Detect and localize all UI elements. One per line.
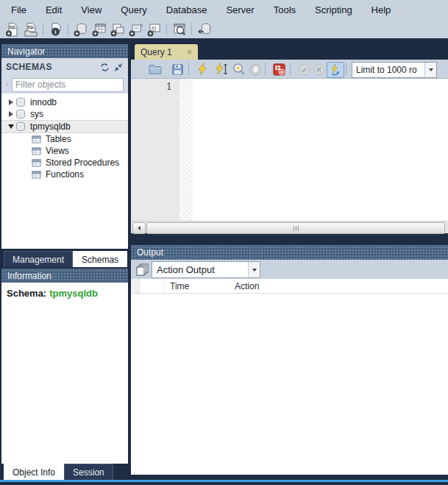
tree-row-stored-procedures[interactable]: Stored Procedures [1, 157, 128, 169]
explain-magnifier-icon [232, 62, 246, 77]
toolbar-separator [166, 23, 167, 35]
schema-icon [15, 109, 26, 119]
new-sql-tab-icon: SQL [5, 22, 20, 37]
dropdown-arrow-button[interactable] [248, 262, 260, 277]
table-inspector-button[interactable] [170, 21, 188, 38]
execute-lightning-icon [195, 62, 210, 77]
execute-current-icon [214, 62, 229, 77]
open-sql-script-button[interactable]: SQL [21, 21, 40, 38]
refresh-schemas-button[interactable] [99, 62, 110, 72]
information-tab-bar: Object Info Session [1, 464, 128, 480]
tree-row-tpmysqldb[interactable]: tpmysqldb [1, 120, 128, 133]
stop-on-error-toggle-button[interactable] [271, 62, 287, 77]
filter-objects-input[interactable] [12, 78, 124, 92]
editor-text-area[interactable] [193, 79, 448, 221]
database-sync-button[interactable] [195, 21, 213, 38]
editor-horizontal-scrollbar[interactable] [131, 221, 448, 233]
toolbar-separator [290, 63, 291, 75]
information-panel-header: Information [1, 269, 128, 283]
expander-icon[interactable] [7, 124, 15, 129]
line-number: 1 [166, 81, 172, 92]
views-icon [32, 146, 42, 156]
svg-text:f(): f() [152, 26, 157, 32]
menu-edit[interactable]: Edit [36, 4, 71, 15]
tree-row-sys[interactable]: sys [1, 108, 128, 120]
output-toolbar: Action Output [131, 260, 448, 279]
menu-scripting[interactable]: Scripting [305, 4, 362, 15]
collapse-all-icon [114, 63, 123, 71]
tree-row-functions[interactable]: Functions [1, 169, 128, 180]
scrollbar-left-button[interactable] [132, 222, 146, 234]
toolbar-separator [43, 23, 43, 35]
create-schema-icon [74, 22, 88, 37]
execute-query-button[interactable] [194, 62, 210, 77]
commit-check-icon [297, 63, 311, 77]
folder-icon [148, 62, 163, 77]
tree-label: sys [30, 109, 43, 119]
create-procedure-icon [129, 22, 143, 37]
tree-label: Functions [46, 169, 84, 180]
menu-server[interactable]: Server [216, 4, 263, 15]
output-column-header-row: Time Action [131, 279, 448, 294]
tree-row-views[interactable]: Views [1, 145, 128, 157]
rollback-button[interactable] [310, 62, 327, 77]
tab-query-1[interactable]: Query 1 × [135, 44, 198, 60]
create-function-icon: f() [147, 22, 162, 37]
tree-row-tables[interactable]: Tables [1, 133, 128, 145]
schema-icon [15, 97, 26, 107]
schemas-section-bar: SCHEMAS [1, 58, 128, 76]
explain-query-button[interactable] [231, 62, 247, 77]
toggle-autocommit-button[interactable] [327, 62, 344, 78]
output-panel-header: Output [131, 245, 448, 260]
toolbar-separator [191, 23, 192, 35]
tree-row-innodb[interactable]: innodb [1, 96, 128, 108]
menu-tools[interactable]: Tools [264, 4, 305, 15]
autocommit-icon [329, 63, 342, 77]
menu-help[interactable]: Help [362, 4, 401, 15]
column-header-action[interactable]: Action [229, 279, 448, 293]
refresh-icon [100, 63, 110, 71]
commit-button[interactable] [296, 62, 312, 77]
menu-bar: File Edit View Query Database Server Too… [0, 0, 448, 20]
schema-icon [15, 121, 26, 132]
output-view-button[interactable] [135, 263, 149, 276]
schema-info-line: Schema:tpmysqldb [7, 288, 128, 299]
toolbar-separator [265, 63, 266, 75]
output-list-area [131, 294, 448, 475]
expander-icon[interactable] [7, 99, 15, 105]
tree-label: innodb [30, 97, 57, 107]
limit-rows-dropdown[interactable]: Limit to 1000 ro [352, 62, 437, 78]
create-procedure-button[interactable] [127, 21, 145, 38]
stop-query-button[interactable] [247, 62, 263, 77]
create-table-button[interactable] [90, 21, 108, 38]
tab-object-info[interactable]: Object Info [4, 464, 64, 480]
connection-info-button[interactable]: i [46, 21, 65, 38]
menu-view[interactable]: View [71, 4, 111, 15]
collapse-all-button[interactable] [113, 62, 124, 72]
editor-marker-margin [179, 79, 193, 221]
chevron-down-icon [429, 68, 433, 71]
create-view-button[interactable] [108, 21, 127, 38]
expander-icon[interactable] [7, 111, 15, 117]
create-schema-button[interactable] [71, 21, 90, 38]
tab-management[interactable]: Management [4, 251, 73, 267]
dropdown-arrow-button[interactable] [424, 63, 436, 77]
tree-label: Tables [46, 134, 71, 144]
menu-database[interactable]: Database [157, 4, 217, 15]
open-script-button[interactable] [147, 62, 163, 77]
tab-session[interactable]: Session [64, 464, 113, 480]
information-title: Information [7, 271, 51, 281]
menu-file[interactable]: File [1, 4, 36, 15]
execute-current-statement-button[interactable] [213, 62, 230, 77]
column-header-time[interactable]: Time [164, 279, 229, 293]
save-script-button[interactable] [169, 62, 185, 77]
close-tab-icon[interactable]: × [187, 48, 192, 57]
output-view-selector[interactable]: Action Output [152, 261, 260, 278]
tab-schemas[interactable]: Schemas [73, 251, 127, 267]
new-sql-tab-button[interactable]: SQL [3, 21, 21, 38]
stacked-pages-icon [136, 263, 149, 276]
query-tab-bar: Query 1 × [131, 43, 448, 60]
menu-query[interactable]: Query [111, 4, 156, 15]
scrollbar-thumb[interactable] [146, 222, 445, 234]
create-function-button[interactable]: f() [145, 21, 163, 38]
